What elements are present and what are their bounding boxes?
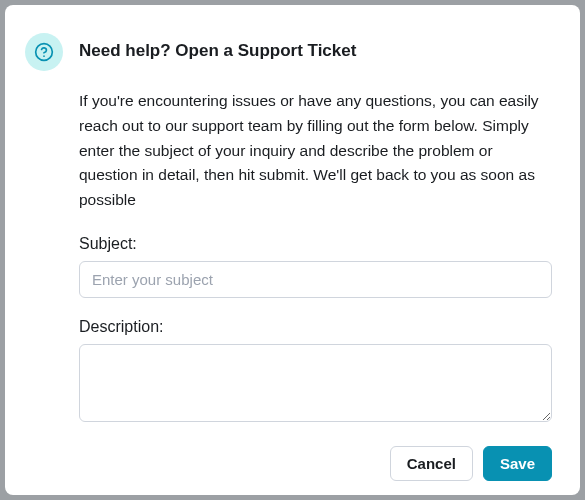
description-textarea[interactable]	[79, 344, 552, 422]
modal-description: If you're encountering issues or have an…	[79, 89, 552, 213]
question-circle-icon	[34, 42, 54, 62]
cancel-button[interactable]: Cancel	[390, 446, 473, 481]
subject-label: Subject:	[79, 235, 552, 253]
modal-footer: Cancel Save	[79, 446, 552, 481]
support-ticket-modal: Need help? Open a Support Ticket If you'…	[5, 5, 580, 495]
help-icon-container	[25, 33, 63, 71]
modal-content: If you're encountering issues or have an…	[79, 89, 552, 481]
description-label: Description:	[79, 318, 552, 336]
save-button[interactable]: Save	[483, 446, 552, 481]
modal-header: Need help? Open a Support Ticket	[25, 33, 552, 71]
subject-input[interactable]	[79, 261, 552, 298]
modal-title: Need help? Open a Support Ticket	[79, 41, 356, 61]
